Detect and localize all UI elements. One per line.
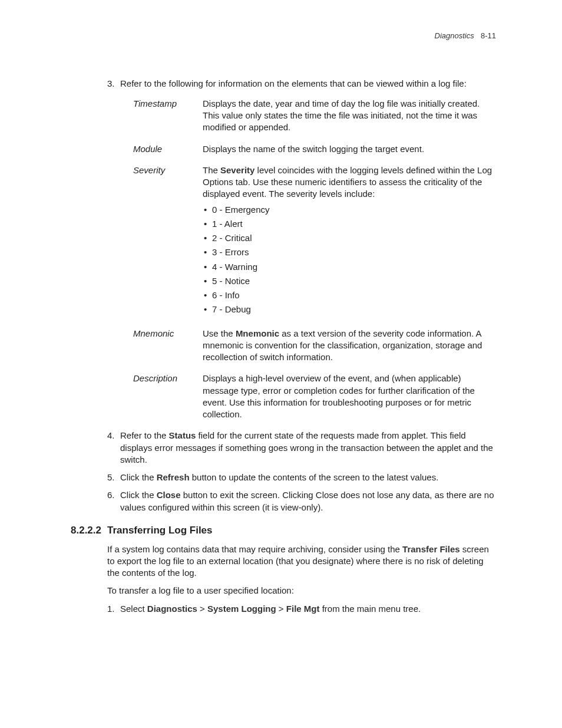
- section-steps: 1. Select Diagnostics > System Logging >…: [107, 603, 497, 615]
- transfer-files-bold: Transfer Files: [402, 544, 460, 554]
- severity-level: 0 - Emergency: [203, 204, 497, 216]
- definition-table: Timestamp Displays the date, year and ti…: [133, 98, 497, 421]
- step-3: 3. Refer to the following for informatio…: [107, 78, 497, 421]
- severity-level: 7 - Debug: [203, 304, 497, 315]
- severity-level: 6 - Info: [203, 289, 497, 301]
- mnemonic-bold: Mnemonic: [236, 328, 279, 338]
- section-p2: To transfer a log file to a user specifi…: [107, 585, 497, 597]
- def-body: Displays a high-level overview of the ev…: [203, 373, 497, 420]
- step-3-num: 3.: [107, 78, 115, 90]
- def-term: Module: [133, 143, 203, 155]
- step-4-text: Refer to the Status field for the curren…: [120, 430, 493, 465]
- section-step-1-num: 1.: [107, 603, 115, 615]
- def-row-timestamp: Timestamp Displays the date, year and ti…: [133, 98, 497, 134]
- def-term: Description: [133, 373, 203, 384]
- section-title: Transferring Log Files: [107, 524, 213, 538]
- section-step-1: 1. Select Diagnostics > System Logging >…: [107, 603, 497, 615]
- def-term: Mnemonic: [133, 328, 203, 340]
- refresh-bold: Refresh: [157, 472, 190, 482]
- severity-bold: Severity: [220, 165, 254, 175]
- step-5-num: 5.: [107, 472, 115, 483]
- step-5: 5. Click the Refresh button to update th…: [107, 472, 497, 483]
- def-body: Displays the name of the switch logging …: [203, 143, 497, 155]
- step-6: 6. Click the Close button to exit the sc…: [107, 489, 497, 513]
- severity-level: 4 - Warning: [203, 261, 497, 273]
- severity-level: 5 - Notice: [203, 275, 497, 287]
- system-logging-bold: System Logging: [207, 604, 276, 614]
- severity-bullets: 0 - Emergency 1 - Alert 2 - Critical 3 -…: [203, 204, 497, 316]
- def-row-description: Description Displays a high-level overvi…: [133, 373, 497, 420]
- status-bold: Status: [169, 430, 196, 440]
- step-3-text: Refer to the following for information o…: [120, 78, 467, 88]
- content: 3. Refer to the following for informatio…: [107, 78, 497, 615]
- header-title: Diagnostics: [435, 31, 474, 40]
- header-page: 8-11: [477, 31, 496, 40]
- def-body: Displays the date, year and time of day …: [203, 98, 497, 134]
- def-row-severity: Severity The Severity level coincides wi…: [133, 164, 497, 318]
- def-body: The Severity level coincides with the lo…: [203, 164, 497, 318]
- file-mgt-bold: File Mgt: [286, 604, 320, 614]
- section-heading: 8.2.2.2 Transferring Log Files: [71, 524, 497, 538]
- severity-level: 2 - Critical: [203, 232, 497, 244]
- step-6-text: Click the Close button to exit the scree…: [120, 490, 494, 512]
- step-4: 4. Refer to the Status field for the cur…: [107, 430, 497, 466]
- def-row-module: Module Displays the name of the switch l…: [133, 143, 497, 155]
- section-number: 8.2.2.2: [71, 524, 100, 538]
- severity-intro: The Severity level coincides with the lo…: [203, 165, 492, 199]
- def-term: Timestamp: [133, 98, 203, 110]
- close-bold: Close: [157, 490, 181, 500]
- severity-level: 1 - Alert: [203, 218, 497, 230]
- step-4-num: 4.: [107, 430, 115, 442]
- step-6-num: 6.: [107, 489, 115, 501]
- def-row-mnemonic: Mnemonic Use the Mnemonic as a text vers…: [133, 328, 497, 364]
- step-list: 3. Refer to the following for informatio…: [107, 78, 497, 513]
- page: Diagnostics 8-11 3. Refer to the followi…: [0, 0, 562, 728]
- def-body: Use the Mnemonic as a text version of th…: [203, 328, 497, 364]
- step-5-text: Click the Refresh button to update the c…: [120, 472, 438, 482]
- diagnostics-bold: Diagnostics: [147, 604, 197, 614]
- severity-level: 3 - Errors: [203, 246, 497, 258]
- section-step-1-text: Select Diagnostics > System Logging > Fi…: [120, 604, 421, 614]
- def-term: Severity: [133, 164, 203, 176]
- section-p1: If a system log contains data that may r…: [107, 543, 497, 579]
- running-header: Diagnostics 8-11: [71, 31, 497, 41]
